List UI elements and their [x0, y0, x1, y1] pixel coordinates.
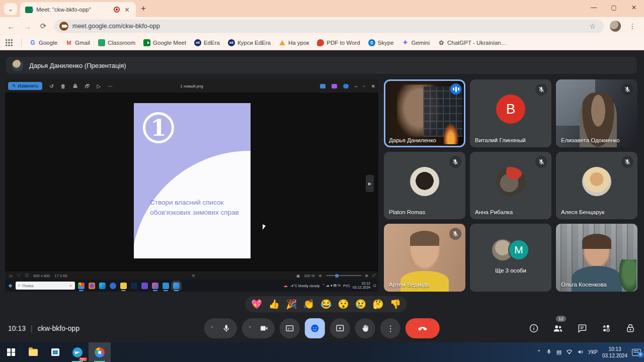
telegram-button[interactable]: 562: [66, 342, 89, 362]
host-controls-button[interactable]: [624, 322, 637, 335]
camera-options-chevron[interactable]: ⌃: [244, 325, 256, 332]
bookmark-skype[interactable]: SSkype: [365, 38, 397, 48]
participant-name: Алеся Бенцарук: [561, 209, 604, 215]
window-close-button[interactable]: ✕: [624, 0, 644, 15]
expand-panel-button[interactable]: ▶: [366, 175, 374, 192]
tray-mic-icon[interactable]: [546, 348, 552, 356]
more-options-button[interactable]: ⋮: [380, 318, 400, 338]
letter-avatar: B: [496, 95, 525, 124]
delete-icon: 🗑: [61, 83, 66, 89]
file-explorer-button[interactable]: [22, 342, 44, 362]
present-button[interactable]: [330, 318, 350, 338]
people-button[interactable]: 12: [551, 322, 565, 335]
window-restore-button[interactable]: ▢: [604, 0, 624, 15]
reaction-heart[interactable]: 💖: [251, 300, 262, 309]
microsoft-store-button[interactable]: [44, 342, 66, 362]
people-count-badge: 12: [556, 316, 566, 322]
leave-call-button[interactable]: [406, 318, 440, 338]
windows-taskbar: 562 ⌃ ▤ УКР 10:1303.12.2024 6: [0, 342, 644, 362]
chrome-button[interactable]: [89, 342, 111, 362]
bookmark-na-urok[interactable]: На урок: [275, 38, 312, 48]
bookmark-chatgpt[interactable]: ✿ChatGPT - Ukrainian…: [434, 38, 510, 48]
browser-menu-button[interactable]: ⋮: [625, 22, 640, 30]
image-filesize: 17.3 КБ: [54, 274, 67, 278]
participant-tile[interactable]: Елизавета Одокиенко: [556, 79, 637, 147]
reaction-clap[interactable]: 👏: [303, 300, 314, 309]
forward-button[interactable]: →: [20, 19, 34, 33]
camera-control[interactable]: ⌃: [242, 318, 275, 338]
tab-search-button[interactable]: ⌄: [4, 3, 17, 15]
participant-tile[interactable]: B Виталий Глиняный: [470, 79, 551, 147]
apps-grid-icon[interactable]: [5, 39, 13, 47]
shared-search-box: ⌕ Поиск ✦: [16, 282, 75, 290]
heart-icon: ♡: [17, 274, 21, 278]
overflow-participants-tile[interactable]: M Ще 3 особи: [470, 224, 551, 292]
share-icon: 🗗: [85, 83, 90, 89]
profile-avatar[interactable]: [610, 21, 621, 32]
shared-screen[interactable]: ✎ Изменить ↺ 🗑 🖶 🗗 ▷ ⋯ 1 новый.png – ▫ ✕…: [5, 79, 378, 292]
start-button[interactable]: [0, 342, 22, 362]
taskbar-clock[interactable]: 10:1303.12.2024: [602, 346, 627, 359]
bookmark-google-meet[interactable]: Google Meet: [140, 38, 190, 48]
participant-tile[interactable]: Ольга Косенкова: [556, 224, 637, 292]
mic-options-chevron[interactable]: ⌃: [206, 325, 218, 332]
presentation-banner: Дарья Даниленко (Презентація): [6, 57, 637, 74]
more-icon: ⋯: [108, 83, 113, 89]
photos-minimize-icon: –: [355, 83, 358, 89]
meeting-details-button[interactable]: [527, 322, 540, 335]
participant-tile[interactable]: Дарья Даниленко: [384, 79, 465, 147]
reaction-laugh[interactable]: 😂: [320, 300, 332, 309]
presenter-avatar: [12, 60, 23, 71]
camera-button[interactable]: [256, 320, 273, 337]
bookmark-kursy-edera[interactable]: edКурси EdEra: [224, 38, 274, 48]
reaction-thinking[interactable]: 🤔: [372, 300, 383, 309]
bookmark-google[interactable]: GGoogle: [26, 38, 61, 48]
tray-chevron-icon[interactable]: ⌃: [536, 349, 541, 355]
chat-button[interactable]: [576, 322, 589, 335]
language-indicator[interactable]: УКР: [588, 349, 598, 355]
reaction-thumbs-down[interactable]: 👎: [390, 300, 401, 309]
reactions-toggle-button[interactable]: [305, 318, 325, 338]
meeting-time: 10:13: [8, 324, 26, 332]
reaction-surprised[interactable]: 😯: [338, 300, 349, 309]
mic-button[interactable]: [218, 320, 235, 337]
photos-close-icon: ✕: [371, 83, 375, 89]
activities-button[interactable]: [600, 322, 613, 335]
bookmark-gmail[interactable]: MGmail: [62, 38, 94, 48]
fit-icon: ▣: [296, 274, 300, 278]
new-tab-button[interactable]: +: [141, 4, 146, 14]
tab-close-button[interactable]: ✕: [123, 6, 131, 14]
back-button[interactable]: ←: [4, 19, 18, 33]
bookmark-star-icon[interactable]: ☆: [586, 22, 599, 30]
reaction-thumbs-up[interactable]: 👍: [268, 300, 279, 309]
tray-volume-icon[interactable]: [577, 349, 584, 356]
browser-tab[interactable]: Meet: "ckw-bkfo-opp" ✕: [20, 2, 136, 17]
bookmark-classroom[interactable]: Classroom: [95, 38, 139, 48]
meet-control-bar: 10:13 | ckw-bkfo-opp ⌃ ⌃ ⋮ 12: [0, 316, 644, 341]
shared-weather: -4°C Mostly cloudy: [290, 284, 319, 288]
raise-hand-button[interactable]: [355, 318, 375, 338]
photo-canvas: 1 Створи власний список обов'язкових зим…: [5, 93, 378, 272]
camera-permission-icon[interactable]: [59, 22, 68, 31]
reload-button[interactable]: ⟳: [36, 19, 50, 33]
reaction-cry[interactable]: 😢: [355, 300, 366, 309]
bookmark-pdf-to-word[interactable]: PDF to Word: [313, 38, 363, 48]
window-minimize-button[interactable]: —: [584, 0, 604, 15]
tray-wifi-icon[interactable]: [566, 349, 573, 355]
bookmark-gemini[interactable]: ✦Gemini: [398, 38, 433, 48]
captions-button[interactable]: [280, 318, 300, 338]
bookmark-edera[interactable]: edEdEra: [191, 38, 223, 48]
chatgpt-icon: ✿: [438, 39, 445, 46]
notification-center-icon[interactable]: 6: [632, 349, 641, 356]
shared-notification-icon: 🗨: [373, 284, 376, 288]
participant-tile[interactable]: Platon Romas: [384, 152, 465, 220]
address-bar[interactable]: meet.google.com/ckw-bkfo-opp ☆: [54, 20, 604, 33]
participant-tile[interactable]: Артем Ведмідь: [384, 224, 465, 292]
reaction-party[interactable]: 🎉: [286, 300, 297, 309]
onedrive-icon: [343, 84, 349, 88]
mic-control[interactable]: ⌃: [204, 318, 237, 338]
participant-name: Ольга Косенкова: [561, 282, 607, 288]
tray-keyboard-icon[interactable]: ▤: [556, 349, 561, 355]
participant-tile[interactable]: Анна Рибалка: [470, 152, 551, 220]
participant-tile[interactable]: Алеся Бенцарук: [556, 152, 637, 220]
